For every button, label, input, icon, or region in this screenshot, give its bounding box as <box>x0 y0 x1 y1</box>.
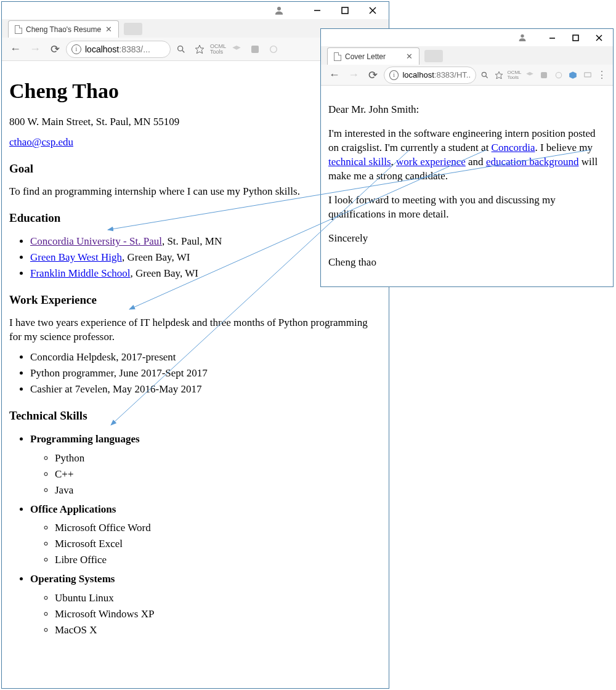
list-item: Microsoft Office Word <box>55 521 381 535</box>
link-concordia[interactable]: Concordia <box>492 142 535 153</box>
file-icon <box>334 52 341 61</box>
svg-marker-7 <box>195 45 203 53</box>
list-item: Ubuntu Linux <box>55 591 381 606</box>
svg-marker-19 <box>526 71 533 75</box>
titlebar <box>321 29 613 46</box>
star-icon[interactable] <box>192 41 208 57</box>
svg-rect-9 <box>251 46 259 53</box>
tab-title: Cheng Thao's Resume <box>26 25 102 34</box>
forward-button[interactable]: → <box>26 41 44 58</box>
greeting: Dear Mr. John Smith: <box>328 103 606 117</box>
site-info-icon[interactable]: i <box>71 44 81 54</box>
new-tab-button[interactable] <box>424 50 443 62</box>
svg-point-21 <box>556 72 561 78</box>
extension-icon-4[interactable] <box>553 67 565 83</box>
svg-point-0 <box>277 7 281 10</box>
close-button[interactable] <box>359 2 386 19</box>
tab-close-icon[interactable]: ✕ <box>105 25 112 34</box>
window-controls <box>303 2 386 19</box>
svg-marker-8 <box>232 46 240 50</box>
tabbar: Cover Letter ✕ <box>321 46 613 65</box>
list-item: Python programmer, June 2017-Sept 2017 <box>30 367 381 381</box>
link-education-background[interactable]: education background <box>486 156 579 168</box>
list-item: Operating Systems Ubuntu Linux Microsoft… <box>30 572 381 638</box>
minimize-button[interactable] <box>540 29 564 46</box>
titlebar <box>2 2 389 19</box>
list-item: Office Applications Microsoft Office Wor… <box>30 503 381 568</box>
address-bar[interactable]: i localhost:8383/... <box>66 41 171 58</box>
list-item: Java <box>55 484 381 498</box>
svg-marker-22 <box>569 71 577 79</box>
work-heading: Work Experience <box>9 292 381 308</box>
file-icon <box>15 25 22 34</box>
close-button[interactable] <box>587 29 610 46</box>
signature: Cheng thao <box>328 256 606 270</box>
extension-icon-5[interactable] <box>567 67 580 83</box>
page-content-letter: Dear Mr. John Smith: I'm interested in t… <box>321 86 613 286</box>
extension-icon-1[interactable]: OCMLTools <box>210 41 226 57</box>
maximize-button[interactable] <box>331 2 359 19</box>
star-icon[interactable] <box>493 67 505 83</box>
maximize-button[interactable] <box>564 29 587 46</box>
user-icon[interactable] <box>270 2 288 19</box>
edu-link-2[interactable]: Franklin Middle School <box>30 267 130 279</box>
list-item: MacOS X <box>55 623 381 638</box>
list-item: Concordia Helpdesk, 2017-present <box>30 351 381 365</box>
menu-icon[interactable]: ⋮ <box>596 67 609 83</box>
letter-paragraph-2: I look forward to meeting with you and d… <box>328 193 606 222</box>
edu-link-0[interactable]: Concordia University - St. Paul <box>30 235 162 247</box>
list-item: Microsoft Excel <box>55 537 381 551</box>
list-item: Programming languages Python C++ Java <box>30 432 381 498</box>
svg-point-10 <box>270 46 277 52</box>
svg-marker-18 <box>495 71 503 79</box>
url-text: localhost:8383/HT... <box>402 70 470 79</box>
address-bar[interactable]: i localhost:8383/HT... <box>384 67 476 84</box>
tab-cover-letter[interactable]: Cover Letter ✕ <box>327 47 419 65</box>
edu-link-1[interactable]: Green Bay West High <box>30 251 122 263</box>
svg-point-16 <box>482 72 486 76</box>
link-technical-skills[interactable]: technical skills <box>328 156 391 168</box>
extension-icon-1[interactable]: OCMLTools <box>508 67 521 83</box>
tab-title: Cover Letter <box>345 52 402 61</box>
tab-close-icon[interactable]: ✕ <box>406 52 413 61</box>
extension-icon-2[interactable] <box>229 41 245 57</box>
svg-rect-20 <box>541 72 547 78</box>
tab-resume[interactable]: Cheng Thao's Resume ✕ <box>8 20 119 38</box>
extension-icon-3[interactable] <box>247 41 263 57</box>
extension-icon-6[interactable] <box>582 67 594 83</box>
new-tab-button[interactable] <box>124 23 142 35</box>
minimize-button[interactable] <box>303 2 331 19</box>
work-list: Concordia Helpdesk, 2017-present Python … <box>30 351 381 397</box>
link-work-experience[interactable]: work experience <box>396 156 466 168</box>
extension-icon-3[interactable] <box>538 67 550 83</box>
resume-email-link[interactable]: cthao@csp.edu <box>9 136 73 148</box>
work-paragraph: I have two years experience of IT helpde… <box>9 316 381 344</box>
svg-point-5 <box>178 46 183 51</box>
extension-icon-4[interactable] <box>265 41 282 57</box>
zoom-icon[interactable] <box>173 41 189 57</box>
svg-rect-23 <box>585 72 591 76</box>
letter-paragraph-1: I'm interested in the software engineeri… <box>328 127 606 184</box>
skills-heading: Technical Skills <box>9 408 381 424</box>
list-item: C++ <box>55 468 381 482</box>
toolbar: ← → ⟳ i localhost:8383/HT... OCMLTools ⋮ <box>321 65 613 86</box>
user-icon[interactable] <box>514 29 531 46</box>
svg-rect-2 <box>342 7 348 14</box>
browser-window-cover-letter: Cover Letter ✕ ← → ⟳ i localhost:8383/HT… <box>320 28 614 287</box>
svg-line-17 <box>485 76 487 78</box>
list-item: Cashier at 7evelen, May 2016-May 2017 <box>30 383 381 397</box>
forward-button[interactable]: → <box>345 67 362 84</box>
url-text: localhost:8383/... <box>85 44 150 54</box>
svg-rect-13 <box>573 35 578 41</box>
window-controls <box>540 29 610 46</box>
extension-icon-2[interactable] <box>524 67 536 83</box>
back-button[interactable]: ← <box>326 67 342 84</box>
reload-button[interactable]: ⟳ <box>365 67 381 84</box>
reload-button[interactable]: ⟳ <box>46 41 63 58</box>
back-button[interactable]: ← <box>7 41 24 58</box>
site-info-icon[interactable]: i <box>389 70 399 80</box>
svg-line-6 <box>182 51 184 52</box>
zoom-icon[interactable] <box>479 67 491 83</box>
skills-list: Programming languages Python C++ Java Of… <box>30 432 381 638</box>
list-item: Microsoft Windows XP <box>55 607 381 622</box>
